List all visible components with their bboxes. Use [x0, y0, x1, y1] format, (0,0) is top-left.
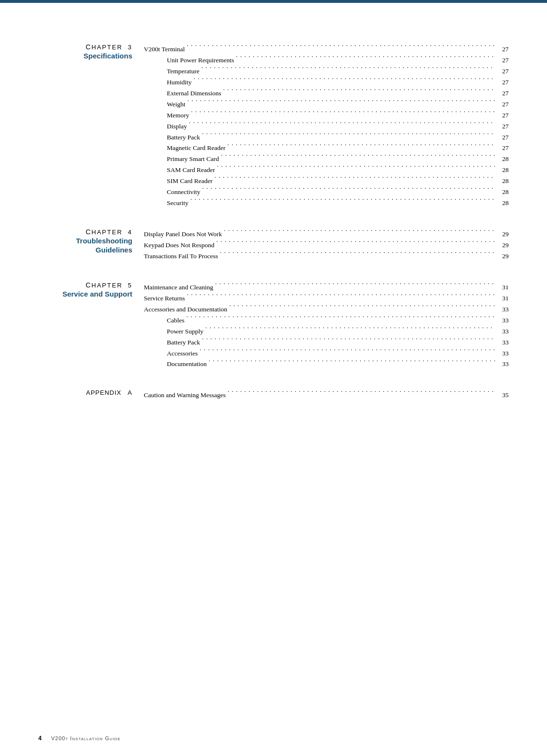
- toc-label: Humidity: [167, 77, 192, 88]
- toc-dots: [216, 240, 495, 247]
- toc-dots: [217, 165, 495, 172]
- toc-entry-magnetic-card: Magnetic Card Reader 27: [144, 143, 509, 154]
- toc-page: 33: [497, 337, 509, 348]
- toc-label: Accessories and Documentation: [144, 304, 227, 315]
- toc-entry-accessories: Accessories 33: [144, 348, 509, 359]
- toc-entry-primary-smart: Primary Smart Card 28: [144, 154, 509, 165]
- toc-dots: [209, 359, 495, 367]
- toc-label: Temperature: [167, 66, 199, 77]
- page: CHAPTER 3 Specifications V200t Terminal …: [0, 0, 547, 756]
- toc-dots: [223, 88, 495, 95]
- toc-entry-service-returns: Service Returns 31: [144, 293, 509, 304]
- toc-page: 27: [497, 110, 509, 121]
- toc-page: 28: [497, 187, 509, 198]
- toc-page: 33: [497, 326, 509, 337]
- toc-label: Magnetic Card Reader: [167, 143, 225, 154]
- toc-page: 27: [497, 66, 509, 77]
- toc-dots: [186, 315, 495, 322]
- toc-page: 29: [497, 229, 509, 240]
- toc-page: 27: [497, 77, 509, 88]
- toc-entry-v200t: V200t Terminal 27: [144, 44, 509, 55]
- chapter3-title: Specifications: [38, 52, 132, 60]
- toc-page: 27: [497, 121, 509, 132]
- toc-dots: [227, 143, 495, 150]
- toc-page: 27: [497, 143, 509, 154]
- toc-label: Display Panel Does Not Work: [144, 229, 222, 240]
- toc-dots: [187, 99, 495, 106]
- toc-page: 28: [497, 165, 509, 176]
- toc-dots: [199, 348, 495, 355]
- toc-dots: [202, 187, 495, 194]
- toc-label: Security: [167, 198, 188, 209]
- appendix-a-block: APPENDIX A Caution and Warning Messages …: [38, 389, 509, 401]
- toc-label: Battery Pack: [167, 132, 200, 143]
- toc-entry-display-panel: Display Panel Does Not Work 29: [144, 229, 509, 240]
- toc-dots: [229, 304, 495, 311]
- toc-label: Service Returns: [144, 293, 185, 304]
- toc-entry-battery-pack-3: Battery Pack 27: [144, 132, 509, 143]
- toc-page: 29: [497, 251, 509, 262]
- chapter5-title: Service and Support: [38, 290, 132, 298]
- toc-dots: [205, 326, 495, 333]
- toc-page: 29: [497, 240, 509, 251]
- chapter3-block: CHAPTER 3 Specifications V200t Terminal …: [38, 43, 509, 209]
- toc-page: 33: [497, 315, 509, 326]
- chapter5-left: CHAPTER 5 Service and Support: [38, 281, 144, 370]
- chapter4-left: CHAPTER 4 Troubleshooting Guidelines: [38, 228, 144, 262]
- toc-dots: [187, 293, 495, 300]
- footer-page-number: 4: [38, 735, 42, 742]
- appendix-left: APPENDIX A: [38, 389, 144, 401]
- toc-label: Memory: [167, 110, 189, 121]
- toc-entry-display: Display 27: [144, 121, 509, 132]
- footer: 4 V200t Installation Guide: [38, 735, 509, 742]
- toc-label: Transactions Fail To Process: [144, 251, 218, 262]
- toc-page: 27: [497, 88, 509, 99]
- toc-page: 28: [497, 176, 509, 187]
- toc-entry-battery-pack-5: Battery Pack 33: [144, 337, 509, 348]
- toc-entry-weight: Weight 27: [144, 99, 509, 110]
- toc-label: Caution and Warning Messages: [144, 390, 226, 401]
- toc-entry-connectivity: Connectivity 28: [144, 187, 509, 198]
- toc-label: Battery Pack: [167, 337, 200, 348]
- content-area: CHAPTER 3 Specifications V200t Terminal …: [38, 43, 509, 401]
- toc-page: 27: [497, 99, 509, 110]
- toc-dots: [202, 132, 495, 139]
- chapter4-title-line2: Guidelines: [38, 246, 132, 254]
- chapter4-entries: Display Panel Does Not Work 29 Keypad Do…: [144, 228, 509, 262]
- toc-entry-accessories-doc: Accessories and Documentation 33: [144, 304, 509, 315]
- chapter5-label: CHAPTER 5: [38, 281, 132, 289]
- toc-entry-sim-card: SIM Card Reader 28: [144, 176, 509, 187]
- toc-page: 27: [497, 44, 509, 55]
- chapter4-label: CHAPTER 4: [38, 228, 132, 236]
- toc-label: Keypad Does Not Respond: [144, 240, 214, 251]
- toc-label: Cables: [167, 315, 185, 326]
- toc-entry-documentation: Documentation 33: [144, 359, 509, 370]
- chapter4-title: Troubleshooting: [38, 237, 132, 245]
- toc-entry-caution: Caution and Warning Messages 35: [144, 390, 509, 401]
- toc-entry-maintenance: Maintenance and Cleaning 31: [144, 282, 509, 293]
- toc-label: SIM Card Reader: [167, 176, 212, 187]
- toc-label: Accessories: [167, 348, 198, 359]
- toc-entry-humidity: Humidity 27: [144, 77, 509, 88]
- toc-page: 33: [497, 348, 509, 359]
- toc-entry-cables: Cables 33: [144, 315, 509, 326]
- toc-label: Documentation: [167, 359, 207, 370]
- top-bar: [0, 0, 547, 3]
- footer-guide-title: V200t Installation Guide: [51, 735, 121, 741]
- toc-page: 27: [497, 132, 509, 143]
- toc-dots: [191, 110, 496, 117]
- toc-dots: [228, 390, 495, 398]
- toc-label: Maintenance and Cleaning: [144, 282, 213, 293]
- toc-label: Connectivity: [167, 187, 200, 198]
- chapter3-left: CHAPTER 3 Specifications: [38, 43, 144, 209]
- toc-page: 28: [497, 154, 509, 165]
- chapter5-block: CHAPTER 5 Service and Support Maintenanc…: [38, 281, 509, 370]
- toc-label: External Dimensions: [167, 88, 221, 99]
- toc-dots: [190, 198, 495, 205]
- toc-dots: [224, 229, 495, 236]
- toc-label: Weight: [167, 99, 186, 110]
- toc-entry-sam-card: SAM Card Reader 28: [144, 165, 509, 176]
- chapter5-entries: Maintenance and Cleaning 31 Service Retu…: [144, 281, 509, 370]
- toc-dots: [186, 44, 495, 51]
- toc-page: 35: [497, 390, 509, 401]
